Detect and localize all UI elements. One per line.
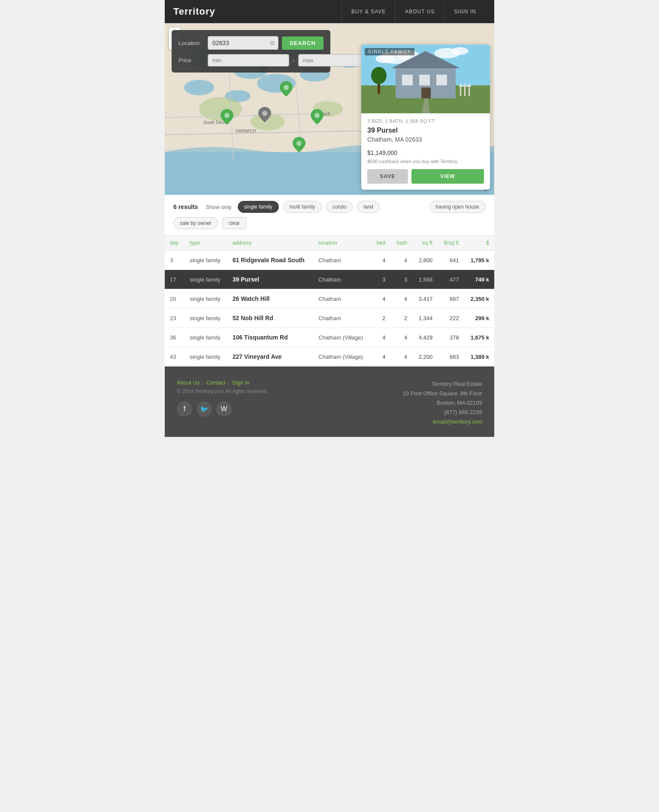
location-input-wrap: ⊙ [208,36,278,50]
footer: About Us | Contact | Sign In © 2014 Terr… [165,367,494,437]
table-row[interactable]: 3 single family 61 Ridgevale Road South … [165,251,494,270]
map-marker-4[interactable] [311,109,323,126]
footer-right: Territory Real Estate 10 Post Office Squ… [403,379,482,427]
col-location: location [313,236,370,251]
property-cashback: $500 cashback when you buy with Territor… [367,159,484,164]
cell-address: 106 Tisquantum Rd [227,328,313,347]
svg-rect-42 [459,85,471,87]
property-save-button[interactable]: SAVE [367,169,408,184]
map-marker-2[interactable] [280,81,293,98]
cell-type: single family [184,347,227,367]
cell-address: 227 Vineyard Ave [227,347,313,367]
col-sqft: sq ft [412,236,438,251]
svg-point-29 [375,55,394,63]
price-min-input[interactable] [208,54,289,67]
filter-open-house[interactable]: having open house [429,201,486,213]
cell-bath: 4 [391,347,413,367]
filter-land[interactable]: land [357,201,380,213]
table-header: day type address location bed bath sq ft… [165,236,494,251]
cell-day: 3 [165,251,184,270]
wordpress-icon[interactable]: W [216,401,232,417]
footer-about-link[interactable]: About Us [177,379,200,386]
location-label: Location [178,40,204,46]
map-marker-selected[interactable] [258,107,271,124]
cell-type: single family [184,251,227,270]
filter-clear-button[interactable]: clear [222,217,246,229]
svg-point-31 [451,47,469,55]
cell-bath: 4 [391,289,413,309]
cell-sqft: 3,417 [412,289,438,309]
search-button[interactable]: SEARCH [282,36,323,50]
nav-links: BUY & SAVE ABOUT US SIGN IN [342,0,486,23]
nav-sign-in[interactable]: SIGN IN [444,0,486,23]
cell-bath: 2 [391,309,413,328]
results-count: 6 results [173,203,198,210]
footer-address1: 10 Post Office Square, 8th Floor [403,389,482,398]
cell-price: 1,795 k [464,251,494,270]
svg-rect-41 [469,83,470,96]
property-card-body: 3 BED, 1 BATH, 1,568 SQ FT 39 Pursel Cha… [361,113,490,190]
footer-signin-link[interactable]: Sign In [232,379,249,386]
cell-sqft: 1,568 [412,270,438,289]
property-price: $1,149,000 [367,146,484,158]
cell-location: Chatham (Village) [313,347,370,367]
social-icons: f 🐦 W [177,401,268,417]
cell-price: 1,389 k [464,347,494,367]
nav-buy-save[interactable]: BUY & SAVE [342,0,395,23]
filter-sale-by-owner[interactable]: sale by owner [173,217,218,229]
table-row[interactable]: 23 single family 52 Nob Hill Rd Chatham … [165,309,494,328]
map-marker-3[interactable] [221,109,233,126]
cell-sqft: 2,800 [412,251,438,270]
price-separator: - [293,57,295,64]
cell-address: 26 Watch Hill [227,289,313,309]
nav-about-us[interactable]: ABOUT US [395,0,444,23]
property-view-button[interactable]: VIEW [411,169,484,184]
cell-sqft: 2,200 [412,347,438,367]
cell-location: Chatham (Village) [313,328,370,347]
cell-day: 36 [165,328,184,347]
svg-point-23 [224,113,230,118]
cell-type: single family [184,328,227,347]
facebook-icon[interactable]: f [177,401,192,417]
footer-copyright: © 2014 Territory.com All rights reserved… [177,388,268,394]
navbar: Territory BUY & SAVE ABOUT US SIGN IN [165,0,494,23]
footer-links: About Us | Contact | Sign In [177,379,268,386]
col-bath: bath [391,236,413,251]
filter-multi-family[interactable]: multi family [283,201,322,213]
svg-point-44 [371,67,387,84]
filter-condo[interactable]: condo [326,201,353,213]
svg-rect-36 [419,75,430,85]
property-actions: SAVE VIEW [367,169,484,184]
cell-day: 43 [165,347,184,367]
logo: Territory [173,6,215,17]
col-bed: bed [371,236,391,251]
table-row[interactable]: 43 single family 227 Vineyard Ave Chatha… [165,347,494,367]
footer-left: About Us | Contact | Sign In © 2014 Terr… [177,379,268,417]
col-type: type [184,236,227,251]
table-row[interactable]: 20 single family 26 Watch Hill Chatham 4… [165,289,494,309]
price-row: Price - Advanced [178,54,323,67]
col-day: day [165,236,184,251]
twitter-icon[interactable]: 🐦 [196,401,212,417]
filter-single-family[interactable]: single family [238,201,279,213]
map-marker-5[interactable] [293,137,305,154]
results-area: 6 results Show only single family multi … [165,195,494,367]
cell-bed: 3 [371,270,391,289]
cell-address: 61 Ridgevale Road South [227,251,313,270]
col-price: $ [464,236,494,251]
cell-price-sqft: 378 [438,328,464,347]
cell-price: 1,675 k [464,328,494,347]
footer-email[interactable]: email@territory.com [403,417,482,427]
footer-phone: (877) 860-2239 [403,408,482,417]
property-card: SINGLE FAMILY 3 BED, 1 BATH, 1,568 SQ FT… [361,45,490,190]
table-row[interactable]: 36 single family 106 Tisquantum Rd Chath… [165,328,494,347]
cell-price: 749 k [464,270,494,289]
table-row[interactable]: 17 single family 39 Pursel Chatham 3 3 1… [165,270,494,289]
svg-rect-35 [402,75,413,85]
location-icon: ⊙ [270,39,275,46]
cell-price-sqft: 477 [438,270,464,289]
cell-type: single family [184,309,227,328]
footer-contact-link[interactable]: Contact [206,379,226,386]
location-input[interactable] [208,36,278,50]
svg-rect-38 [421,88,431,98]
